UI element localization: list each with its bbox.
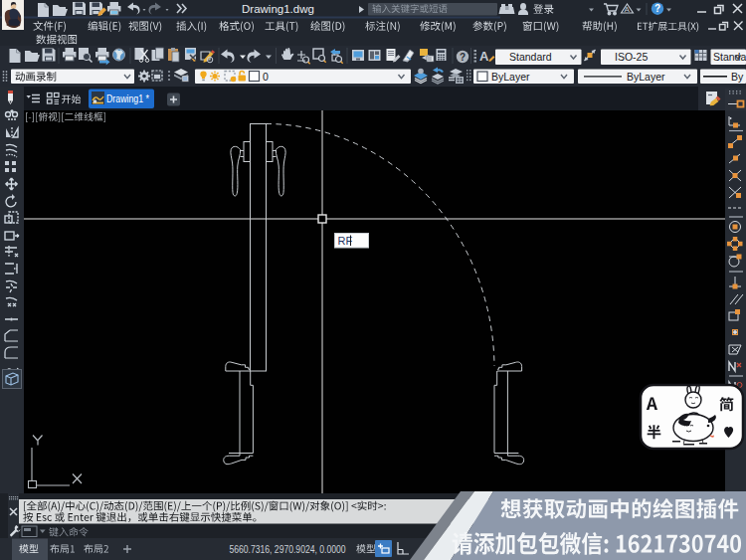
svg-text:5660.7316, 2970.9024, 0.0000: 5660.7316, 2970.9024, 0.0000 <box>230 543 346 555</box>
svg-text:?: ? <box>460 52 466 63</box>
svg-text:ByLayer: ByLayer <box>627 71 665 83</box>
svg-text:ByLayer: ByLayer <box>491 71 530 83</box>
svg-text:Drawing1.dwg: Drawing1.dwg <box>242 3 314 15</box>
svg-text:Standard: Standard <box>509 51 552 63</box>
svg-text:A: A <box>625 5 631 14</box>
svg-text:A: A <box>479 49 489 64</box>
svg-text:0: 0 <box>263 71 269 83</box>
svg-text:By: By <box>731 71 744 83</box>
svg-text:Drawing1 *: Drawing1 * <box>106 93 149 104</box>
svg-text:?: ? <box>654 3 660 14</box>
svg-text:ISO-25: ISO-25 <box>615 51 648 63</box>
svg-text:Standa: Standa <box>713 51 746 63</box>
